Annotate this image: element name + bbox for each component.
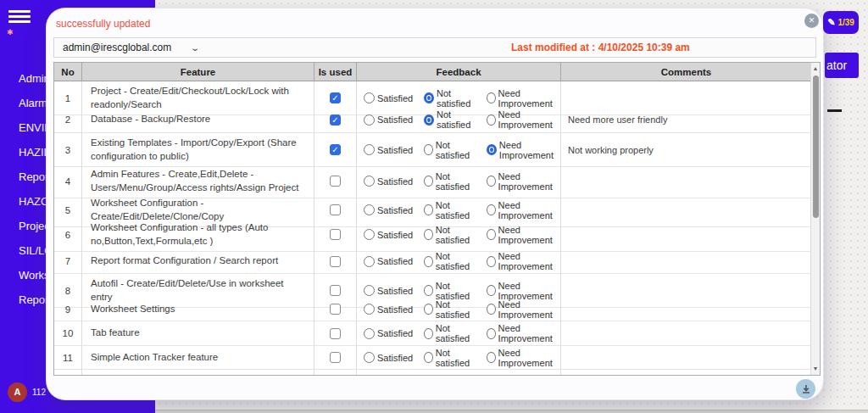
not-satisfied-radio[interactable] bbox=[424, 352, 433, 363]
not-satisfied-option[interactable]: Not satisfied bbox=[424, 225, 476, 245]
not-satisfied-option[interactable]: Not satisfied bbox=[424, 323, 476, 343]
avatar[interactable]: A bbox=[8, 382, 27, 402]
need-improvement-label: Need Improvement bbox=[498, 171, 560, 192]
not-satisfied-radio[interactable] bbox=[424, 144, 433, 155]
row-number: 11 bbox=[54, 346, 82, 370]
satisfied-option[interactable]: Satisfied bbox=[364, 352, 413, 363]
satisfied-option[interactable]: Satisfied bbox=[364, 176, 413, 187]
not-satisfied-option[interactable]: Not satisfied bbox=[424, 171, 476, 192]
satisfied-option[interactable]: Satisfied bbox=[364, 229, 413, 240]
hamburger-menu-icon[interactable] bbox=[8, 8, 31, 25]
need-improvement-radio[interactable] bbox=[487, 285, 496, 296]
need-improvement-radio[interactable] bbox=[487, 114, 496, 126]
not-satisfied-option[interactable]: Not satisfied bbox=[424, 200, 476, 220]
not-satisfied-label: Not satisfied bbox=[436, 299, 476, 320]
need-improvement-option[interactable]: Need Improvement bbox=[487, 140, 560, 160]
satisfied-option[interactable]: Satisfied bbox=[364, 328, 413, 339]
is-used-checkbox[interactable] bbox=[330, 229, 341, 240]
satisfied-radio[interactable] bbox=[364, 328, 375, 339]
is-used-checkbox[interactable] bbox=[330, 304, 341, 315]
download-button[interactable] bbox=[796, 379, 815, 399]
need-improvement-option[interactable]: Need Improvement bbox=[487, 109, 560, 130]
satisfied-option[interactable]: Satisfied bbox=[364, 92, 413, 103]
satisfied-option[interactable]: Satisfied bbox=[364, 304, 413, 315]
not-satisfied-option[interactable]: Not satisfied bbox=[424, 88, 476, 109]
is-used-checkbox[interactable] bbox=[330, 176, 341, 187]
satisfied-option[interactable]: Satisfied bbox=[364, 204, 413, 215]
need-improvement-option[interactable]: Need Improvement bbox=[487, 323, 560, 343]
need-improvement-radio[interactable] bbox=[487, 304, 496, 315]
not-satisfied-radio[interactable] bbox=[424, 229, 433, 240]
not-satisfied-option[interactable]: Not satisfied bbox=[424, 140, 476, 160]
scrollbar-thumb[interactable] bbox=[813, 75, 819, 218]
satisfied-radio[interactable] bbox=[364, 229, 375, 240]
need-improvement-option[interactable]: Need Improvement bbox=[487, 348, 560, 368]
need-improvement-option[interactable]: Need Improvement bbox=[487, 88, 560, 109]
not-satisfied-radio[interactable] bbox=[424, 92, 434, 103]
satisfied-radio[interactable] bbox=[364, 304, 375, 315]
satisfied-radio[interactable] bbox=[364, 352, 375, 363]
not-satisfied-radio[interactable] bbox=[424, 328, 433, 339]
not-satisfied-radio[interactable] bbox=[424, 176, 433, 187]
not-satisfied-radio[interactable] bbox=[424, 285, 433, 296]
satisfied-radio[interactable] bbox=[364, 204, 375, 215]
need-improvement-radio[interactable] bbox=[487, 328, 496, 339]
not-satisfied-option[interactable]: Not satisfied bbox=[424, 109, 476, 130]
page-counter-button[interactable]: ✎ 1/39 bbox=[823, 11, 859, 34]
satisfied-option[interactable]: Satisfied bbox=[364, 256, 413, 267]
table-row: 7 Report format Configuration / Search r… bbox=[54, 249, 811, 274]
scroll-down-icon[interactable]: ▼ bbox=[811, 364, 820, 374]
feature-label: Simple Action Tracker feature bbox=[82, 346, 314, 370]
satisfied-radio[interactable] bbox=[364, 256, 375, 267]
need-improvement-radio[interactable] bbox=[487, 144, 497, 155]
feedback-modal: successfully updated ✕ admin@irescglobal… bbox=[47, 8, 823, 399]
not-satisfied-radio[interactable] bbox=[424, 304, 433, 315]
is-used-checkbox[interactable]: ✓ bbox=[330, 144, 341, 155]
last-modified-label: Last modified at : 4/10/2025 10:39 am bbox=[511, 38, 690, 57]
need-improvement-option[interactable]: Need Improvement bbox=[487, 200, 560, 220]
need-improvement-radio[interactable] bbox=[487, 92, 496, 103]
need-improvement-radio[interactable] bbox=[487, 352, 496, 363]
partially-hidden-button[interactable]: ator bbox=[825, 53, 859, 78]
user-select[interactable]: admin@irescglobal.com ⌄ bbox=[63, 38, 198, 57]
is-used-checkbox[interactable]: ✓ bbox=[330, 114, 341, 126]
is-used-checkbox[interactable] bbox=[330, 352, 341, 363]
need-improvement-option[interactable]: Need Improvement bbox=[487, 299, 560, 320]
not-satisfied-radio[interactable] bbox=[424, 204, 433, 215]
satisfied-radio[interactable] bbox=[364, 114, 375, 126]
table-scrollbar[interactable]: ▲ ▼ bbox=[810, 63, 820, 375]
scroll-up-icon[interactable]: ▲ bbox=[811, 64, 820, 74]
is-used-checkbox[interactable] bbox=[330, 285, 341, 296]
is-used-checkbox[interactable] bbox=[330, 204, 341, 215]
not-satisfied-option[interactable]: Not satisfied bbox=[424, 348, 476, 368]
is-used-checkbox[interactable]: ✓ bbox=[330, 92, 341, 103]
satisfied-radio[interactable] bbox=[364, 144, 375, 155]
table-row: 10 Tab feature Satisfied Not satisfied N… bbox=[54, 321, 811, 346]
need-improvement-radio[interactable] bbox=[487, 176, 496, 187]
satisfied-radio[interactable] bbox=[364, 92, 375, 103]
satisfied-option[interactable]: Satisfied bbox=[364, 285, 413, 296]
not-satisfied-radio[interactable] bbox=[424, 256, 433, 267]
satisfied-radio[interactable] bbox=[364, 285, 375, 296]
download-icon bbox=[801, 384, 811, 394]
not-satisfied-radio[interactable] bbox=[424, 114, 434, 126]
is-used-checkbox[interactable] bbox=[330, 256, 341, 267]
satisfied-label: Satisfied bbox=[377, 230, 413, 240]
table-header-row: No Feature Is used Feedback Comments bbox=[54, 63, 811, 81]
need-improvement-option[interactable]: Need Improvement bbox=[487, 251, 560, 271]
satisfied-option[interactable]: Satisfied bbox=[364, 144, 413, 155]
not-satisfied-label: Not satisfied bbox=[436, 348, 476, 368]
is-used-checkbox[interactable] bbox=[330, 328, 341, 339]
satisfied-radio[interactable] bbox=[364, 176, 375, 187]
need-improvement-option[interactable]: Need Improvement bbox=[487, 225, 560, 245]
need-improvement-radio[interactable] bbox=[487, 229, 496, 240]
need-improvement-option[interactable]: Need Improvement bbox=[487, 171, 560, 192]
page-counter-label: 1/39 bbox=[837, 18, 854, 27]
not-satisfied-option[interactable]: Not satisfied bbox=[424, 251, 476, 271]
need-improvement-radio[interactable] bbox=[487, 256, 496, 267]
need-improvement-radio[interactable] bbox=[487, 204, 496, 215]
close-icon[interactable]: ✕ bbox=[804, 14, 819, 28]
satisfied-option[interactable]: Satisfied bbox=[364, 114, 413, 126]
feedback-cell: Satisfied Not satisfied Need Improvement bbox=[357, 321, 561, 346]
not-satisfied-option[interactable]: Not satisfied bbox=[424, 299, 476, 320]
